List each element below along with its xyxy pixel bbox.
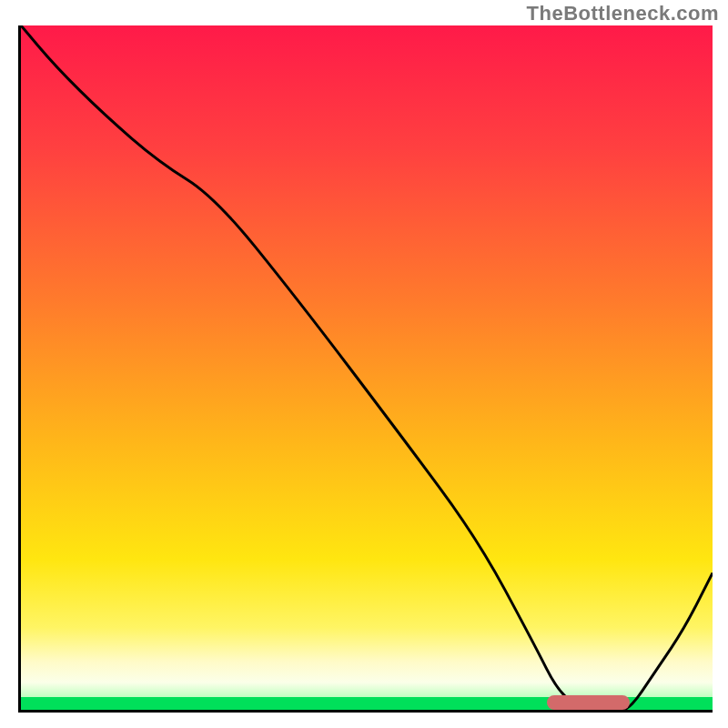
chart-plot-area [18, 25, 713, 713]
chart-curve [21, 25, 713, 710]
optimal-range-marker [547, 695, 630, 710]
watermark-text: TheBottleneck.com [527, 2, 719, 25]
bottleneck-curve-path [21, 25, 713, 710]
